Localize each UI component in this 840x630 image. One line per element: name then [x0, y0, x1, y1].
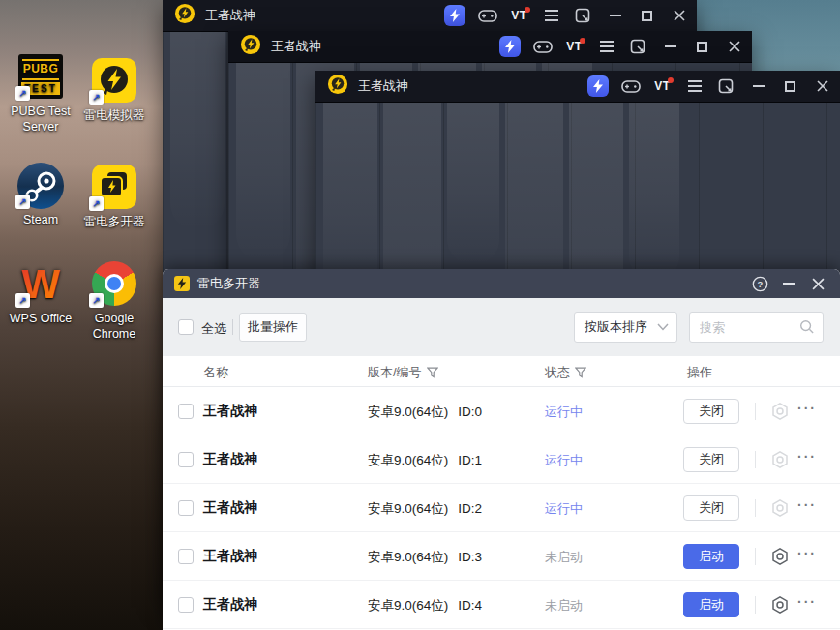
action-button[interactable]: 关闭: [683, 495, 739, 521]
help-icon[interactable]: ?: [745, 269, 774, 298]
gamepad-icon[interactable]: [471, 0, 503, 31]
instance-version: 安卓9.0(64位): [368, 453, 448, 467]
desktop-icon-chrome[interactable]: ↗ Google Chrome: [74, 261, 155, 343]
maximize-button[interactable]: [686, 31, 718, 62]
search-input[interactable]: [692, 320, 799, 335]
vt-indicator[interactable]: VT: [646, 71, 678, 102]
instance-name: 王者战神: [203, 451, 257, 468]
row-checkbox[interactable]: [178, 452, 194, 467]
more-options[interactable]: ···: [797, 497, 823, 513]
instance-status: 未启动: [545, 549, 583, 566]
emulator-titlebar[interactable]: 王者战神 VT: [315, 71, 840, 103]
ld-multiplayer-icon: ↗: [92, 165, 136, 209]
steam-icon: ↗: [18, 163, 63, 207]
action-button[interactable]: 关闭: [683, 447, 739, 472]
ldplayer-icon: ↗: [92, 58, 136, 103]
instance-status: 运行中: [545, 404, 583, 421]
maximize-button[interactable]: [774, 71, 806, 102]
icon-label: PUBG Test Server: [0, 104, 81, 135]
ld-multiplayer-logo-icon: [174, 276, 190, 291]
settings-gear-icon[interactable]: [770, 498, 790, 518]
batch-operation-button[interactable]: 批量操作: [239, 313, 307, 342]
window-title: 王者战神: [358, 77, 408, 95]
pubg-logo-text: PUBG: [22, 59, 59, 80]
instance-row: 王者战神 安卓9.0(64位)ID:2 运行中 关闭 ···: [163, 484, 840, 532]
toolbar-divider: [232, 319, 233, 335]
row-checkbox[interactable]: [178, 500, 194, 516]
select-all-label: 全选: [201, 320, 226, 338]
notification-dot: [525, 7, 530, 13]
header-version[interactable]: 版本/编号: [368, 364, 438, 381]
filter-funnel-icon[interactable]: [427, 367, 438, 378]
instance-version: 安卓9.0(64位): [368, 405, 448, 419]
manager-title: 雷电多开器: [197, 275, 260, 292]
desktop-icon-steam[interactable]: ↗ Steam: [0, 163, 81, 227]
settings-gear-icon[interactable]: [770, 450, 790, 469]
boost-icon[interactable]: [444, 5, 465, 26]
manager-titlebar[interactable]: 雷电多开器 ?: [163, 269, 840, 298]
minimize-button[interactable]: [742, 71, 774, 102]
boost-icon[interactable]: [499, 36, 521, 57]
row-checkbox[interactable]: [178, 597, 194, 613]
notification-dot: [580, 38, 585, 44]
minimize-button[interactable]: [774, 269, 803, 298]
icon-label: 雷电多开器: [74, 214, 155, 229]
gamepad-icon[interactable]: [615, 71, 646, 102]
desktop-icon-ld-emulator[interactable]: ↗ 雷电模拟器: [74, 58, 155, 123]
filter-funnel-icon[interactable]: [575, 367, 586, 378]
instance-name: 王者战神: [203, 403, 257, 420]
minimize-button[interactable]: [654, 31, 686, 62]
header-action: 操作: [687, 364, 712, 381]
settings-gear-icon[interactable]: [770, 402, 790, 421]
instance-list: 王者战神 安卓9.0(64位)ID:0 运行中 关闭 ··· 王者战神 安卓9.…: [163, 387, 840, 630]
icon-label: Google Chrome: [74, 311, 155, 343]
action-button[interactable]: 启动: [683, 544, 739, 569]
gamepad-icon[interactable]: [526, 31, 558, 62]
boost-icon[interactable]: [587, 75, 609, 97]
minimize-button[interactable]: [599, 0, 631, 31]
emulator-titlebar[interactable]: 王者战神 VT: [228, 31, 752, 63]
svg-text:?: ?: [757, 278, 763, 288]
ldplayer-logo-icon: [240, 34, 261, 59]
instance-id: ID:4: [458, 598, 482, 613]
close-button[interactable]: [803, 269, 832, 298]
instance-version: 安卓9.0(64位): [368, 550, 448, 564]
instance-row: 王者战神 安卓9.0(64位)ID:3 未启动 启动 ···: [163, 532, 840, 581]
multiplayer-manager-window: 雷电多开器 ? 全选 批量操作 按版本排序 名称 版本/编号: [163, 269, 840, 630]
action-button[interactable]: 关闭: [683, 399, 739, 424]
switch-window-icon[interactable]: [567, 0, 599, 31]
more-options[interactable]: ···: [797, 401, 823, 416]
settings-gear-icon[interactable]: [770, 595, 790, 615]
close-button[interactable]: [718, 31, 750, 62]
vt-indicator[interactable]: VT: [558, 31, 590, 62]
switch-window-icon[interactable]: [710, 71, 742, 102]
more-options[interactable]: ···: [797, 594, 823, 610]
settings-gear-icon[interactable]: [770, 547, 790, 566]
icon-label: WPS Office: [0, 311, 81, 326]
action-button[interactable]: 启动: [683, 592, 739, 617]
chrome-icon: ↗: [92, 261, 136, 306]
close-button[interactable]: [663, 0, 695, 31]
menu-icon[interactable]: [678, 71, 710, 102]
more-options[interactable]: ···: [797, 546, 823, 561]
menu-icon[interactable]: [590, 31, 622, 62]
desktop-icon-pubg-test[interactable]: PUBG TEST ↗ PUBG Test Server: [0, 54, 81, 135]
maximize-button[interactable]: [631, 0, 663, 31]
desktop-icon-ld-multiplayer[interactable]: ↗ 雷电多开器: [74, 165, 155, 229]
switch-window-icon[interactable]: [622, 31, 654, 62]
row-checkbox[interactable]: [178, 404, 194, 419]
header-status[interactable]: 状态: [545, 364, 586, 381]
instance-status: 运行中: [545, 500, 583, 518]
window-title: 王者战神: [205, 7, 255, 24]
close-button[interactable]: [806, 71, 838, 102]
more-options[interactable]: ···: [797, 449, 823, 465]
sort-dropdown[interactable]: 按版本排序: [574, 312, 677, 343]
ldplayer-logo-icon: [327, 74, 348, 99]
icon-label: Steam: [0, 212, 81, 227]
desktop-icon-wps[interactable]: W ↗ WPS Office: [0, 261, 81, 326]
select-all-checkbox[interactable]: [178, 319, 194, 335]
emulator-titlebar[interactable]: 王者战神 VT: [163, 0, 697, 32]
menu-icon[interactable]: [535, 0, 567, 31]
row-checkbox[interactable]: [178, 549, 194, 564]
vt-indicator[interactable]: VT: [503, 0, 535, 31]
